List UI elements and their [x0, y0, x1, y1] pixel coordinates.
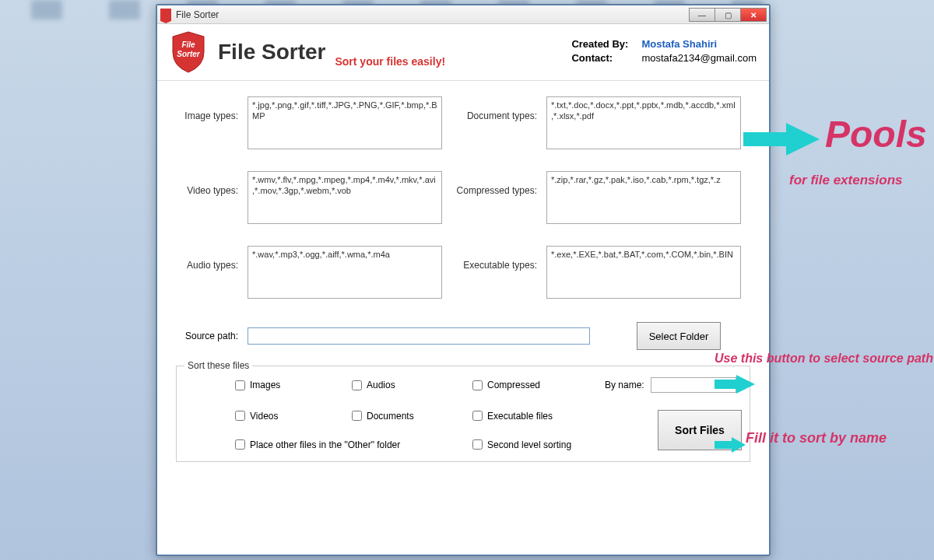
document-types-input[interactable] [546, 96, 741, 149]
documents-checkbox[interactable]: Documents [352, 411, 472, 422]
source-path-row: Source path: Select Folder [176, 322, 750, 350]
tagline: Sort your files easily! [335, 55, 445, 68]
source-path-input[interactable] [248, 327, 590, 345]
close-button[interactable]: ✕ [740, 8, 767, 22]
annotation-select-hint: Use this button to select source path [715, 352, 933, 366]
window-title: File Sorter [176, 9, 219, 20]
app-title: File Sorter [218, 40, 325, 65]
created-by-label: Created By: [571, 38, 641, 50]
contact-value: mostafa2134@gmail.com [641, 52, 757, 64]
minimize-button[interactable]: — [689, 8, 715, 22]
compressed-types-input[interactable] [546, 171, 741, 224]
svg-marker-4 [715, 437, 746, 453]
titlebar[interactable]: File Sorter — ▢ ✕ [157, 5, 769, 24]
select-folder-button[interactable]: Select Folder [637, 322, 721, 350]
audio-types-input[interactable] [248, 246, 442, 299]
arrow-right-icon [743, 121, 821, 163]
executable-checkbox[interactable]: Executable files [472, 411, 605, 422]
image-types-input[interactable] [248, 96, 442, 149]
sort-groupbox: Sort these files Images Audios Compresse… [176, 366, 750, 462]
svg-marker-2 [743, 123, 820, 156]
other-folder-checkbox[interactable]: Place other files in the "Other" folder [235, 439, 472, 450]
images-checkbox[interactable]: Images [235, 380, 352, 390]
executable-types-input[interactable] [546, 246, 741, 299]
video-types-input[interactable] [248, 171, 442, 224]
annotation-byname-hint: Fill it to sort by name [746, 430, 887, 446]
videos-checkbox[interactable]: Videos [235, 411, 352, 422]
executable-types-label: Executable types: [451, 246, 537, 271]
svg-text:Sorter: Sorter [177, 50, 201, 58]
byname-label: By name: [605, 380, 644, 390]
compressed-checkbox[interactable]: Compressed [472, 380, 605, 390]
svg-text:File: File [181, 40, 195, 49]
credits: Created By: Mostafa Shahiri Contact: mos… [571, 38, 757, 66]
maximize-button[interactable]: ▢ [715, 8, 741, 22]
app-window: File Sorter — ▢ ✕ File Sorter File Sorte… [156, 4, 771, 556]
annotation-pools-title: Pools [825, 113, 927, 156]
image-types-label: Image types: [176, 96, 238, 121]
annotation-pools-subtitle: for file extensions [789, 173, 902, 188]
type-pools-grid: Image types: Document types: Video types… [176, 96, 750, 299]
audios-checkbox[interactable]: Audios [352, 380, 472, 390]
arrow-right-icon [715, 436, 747, 457]
titlebar-shield-icon [160, 9, 171, 21]
video-types-label: Video types: [176, 171, 238, 196]
sort-groupbox-title: Sort these files [184, 360, 252, 371]
header: File Sorter File Sorter Sort your files … [157, 24, 769, 81]
source-path-label: Source path: [176, 331, 238, 341]
compressed-types-label: Compressed types: [451, 171, 537, 196]
contact-label: Contact: [571, 52, 641, 64]
shield-icon: File Sorter [170, 30, 207, 74]
created-by-value: Mostafa Shahiri [641, 38, 717, 50]
second-level-checkbox[interactable]: Second level sorting [472, 439, 605, 450]
arrow-right-icon [715, 373, 757, 398]
audio-types-label: Audio types: [176, 246, 238, 271]
document-types-label: Document types: [451, 96, 537, 121]
svg-marker-3 [715, 375, 755, 394]
